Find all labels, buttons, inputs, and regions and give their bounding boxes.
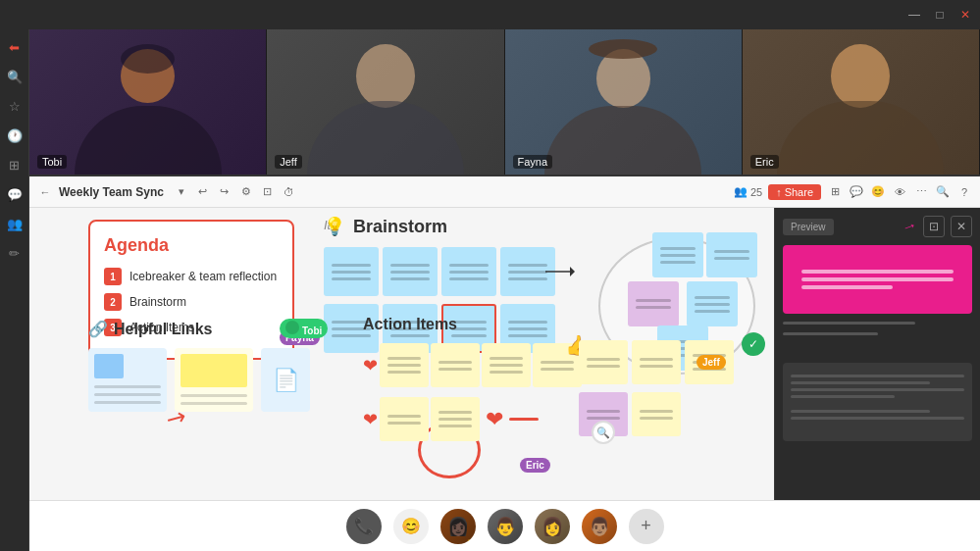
panel-text-line-5 bbox=[791, 410, 930, 413]
canvas-right-wrapper: It Agenda 1 Icebreaker & team reflection… bbox=[29, 208, 980, 500]
back-icon[interactable]: ← bbox=[37, 184, 53, 200]
title-bar-controls: — □ ✕ bbox=[907, 8, 972, 22]
panel-arrow-indicator: → bbox=[899, 216, 919, 237]
heart-icon-3: ❤ bbox=[486, 407, 503, 432]
action-sticky-6[interactable] bbox=[431, 397, 480, 441]
action-sticky-3[interactable] bbox=[482, 343, 531, 387]
help-icon[interactable]: ? bbox=[956, 184, 972, 200]
close-button[interactable]: ✕ bbox=[958, 8, 972, 22]
copy-icon[interactable]: ⊞ bbox=[827, 184, 843, 200]
cluster-sticky-2[interactable] bbox=[706, 232, 757, 277]
avatar-fayna[interactable]: 👩 bbox=[535, 509, 570, 544]
avatar-tobi[interactable]: 👩🏿 ⭐ bbox=[440, 509, 476, 544]
frame-icon[interactable]: ⊡ bbox=[260, 184, 276, 200]
link-card-2[interactable] bbox=[175, 348, 253, 412]
cluster-action-3[interactable] bbox=[685, 340, 734, 384]
action-sticky-2[interactable] bbox=[431, 343, 480, 387]
reaction-icon[interactable]: 😊 bbox=[870, 184, 886, 200]
add-participant-button[interactable]: + bbox=[629, 509, 664, 544]
agenda-title: Agenda bbox=[104, 235, 279, 256]
cluster-action-1[interactable] bbox=[579, 340, 628, 384]
panel-section-2 bbox=[775, 355, 980, 449]
panel-controls: → ⊡ ✕ bbox=[902, 216, 972, 237]
avatar-eric[interactable]: 👨🏽 bbox=[582, 509, 617, 544]
panel-collapse-button[interactable]: ⊡ bbox=[923, 216, 945, 237]
sidebar-icon-people[interactable]: 👥 bbox=[5, 214, 25, 233]
cluster-action-4[interactable]: 🔍 bbox=[579, 392, 628, 436]
cluster-action-2[interactable] bbox=[632, 340, 681, 384]
panel-text-line-6 bbox=[791, 417, 964, 420]
comment-icon[interactable]: 💬 bbox=[849, 184, 864, 200]
panel-close-button[interactable]: ✕ bbox=[951, 216, 972, 237]
sticky-1[interactable] bbox=[324, 247, 379, 296]
sidebar-icon-star[interactable]: ☆ bbox=[5, 96, 25, 116]
sidebar-icon-search[interactable]: 🔍 bbox=[5, 67, 25, 86]
cluster-sticky-4[interactable] bbox=[687, 281, 738, 326]
action-sticky-1[interactable] bbox=[380, 343, 429, 387]
brainstorm-title: 💡 Brainstorm bbox=[324, 216, 608, 237]
action-cluster: ✓ 🔍 bbox=[579, 340, 774, 436]
toolbar-right: 👥 25 ↑ Share ⊞ 💬 😊 👁 ⋯ 🔍 ? bbox=[734, 184, 972, 200]
cluster-action-5[interactable] bbox=[632, 392, 681, 436]
agenda-num-2: 2 bbox=[104, 293, 122, 311]
whiteboard-canvas[interactable]: It Agenda 1 Icebreaker & team reflection… bbox=[29, 208, 774, 500]
panel-text-line-2 bbox=[791, 381, 930, 384]
share-button[interactable]: ↑ Share bbox=[768, 184, 821, 200]
person-eric bbox=[743, 29, 979, 175]
links-row: 📄 bbox=[88, 348, 343, 412]
sticky-2[interactable] bbox=[383, 247, 438, 296]
settings-icon[interactable]: ⚙ bbox=[238, 184, 254, 200]
cluster-sticky-1[interactable] bbox=[652, 232, 703, 277]
sidebar-icon-grid[interactable]: ⊞ bbox=[5, 155, 25, 175]
heart-icon-2: ❤ bbox=[363, 409, 378, 430]
action-sticky-5[interactable] bbox=[380, 397, 429, 441]
emoji-button[interactable]: 😊 bbox=[393, 509, 429, 544]
panel-text-area[interactable] bbox=[783, 363, 972, 441]
panel-text-line-4 bbox=[791, 395, 895, 398]
dropdown-icon[interactable]: ▾ bbox=[174, 184, 189, 200]
panel-line-3 bbox=[801, 285, 893, 289]
link-card-1[interactable] bbox=[88, 348, 167, 412]
svg-marker-1 bbox=[570, 267, 575, 276]
minimize-button[interactable]: — bbox=[907, 8, 921, 22]
action-cluster-stickies: 🔍 bbox=[579, 340, 774, 436]
action-row-1: ❤ 👍 bbox=[363, 343, 582, 387]
person-jeff bbox=[267, 29, 503, 175]
agenda-num-1: 1 bbox=[104, 268, 122, 285]
more-icon[interactable]: ⋯ bbox=[913, 184, 929, 200]
phone-button[interactable]: 📞 bbox=[346, 509, 382, 544]
action-cluster-inner: ✓ 🔍 bbox=[579, 340, 774, 436]
panel-divider-2 bbox=[783, 332, 878, 335]
heart-icon-1: ❤ bbox=[363, 355, 378, 376]
bottom-toolbar: 📞 😊 👩🏿 ⭐ 👨 👩 👨🏽 + bbox=[29, 500, 980, 551]
follow-icon[interactable]: 👁 bbox=[892, 184, 907, 200]
right-panel-top: Preview → ⊡ ✕ bbox=[775, 208, 980, 245]
person-tobi bbox=[29, 29, 266, 175]
cursor-eric: Eric bbox=[520, 458, 550, 473]
sidebar-icon-edit[interactable]: ✏ bbox=[5, 243, 25, 263]
panel-line-2 bbox=[801, 277, 953, 281]
sidebar-icon-chat[interactable]: 💬 bbox=[5, 184, 25, 204]
helpful-links-title: 🔗 Helpful Links bbox=[88, 320, 343, 338]
panel-text-line-1 bbox=[791, 375, 964, 377]
video-name-fayna: Fayna bbox=[513, 155, 553, 169]
link-card-3[interactable]: 📄 bbox=[261, 348, 310, 412]
undo-icon[interactable]: ↩ bbox=[195, 184, 211, 200]
right-panel: Preview → ⊡ ✕ bbox=[774, 208, 980, 500]
sidebar-icon-clock[interactable]: 🕐 bbox=[5, 125, 25, 145]
video-strip: Tobi Jeff Fayna bbox=[29, 29, 980, 176]
avatar-jeff[interactable]: 👨 bbox=[488, 509, 523, 544]
panel-text-line-3 bbox=[791, 388, 964, 391]
zoom-icon[interactable]: 🔍 bbox=[935, 184, 951, 200]
timer-icon[interactable]: ⏱ bbox=[282, 184, 297, 200]
sticky-4[interactable] bbox=[500, 247, 555, 296]
cluster-sticky-3[interactable] bbox=[628, 281, 679, 326]
title-bar: — □ ✕ bbox=[0, 0, 980, 29]
maximize-button[interactable]: □ bbox=[933, 8, 947, 22]
redo-icon[interactable]: ↪ bbox=[217, 184, 232, 200]
sticky-3[interactable] bbox=[441, 247, 496, 296]
zoom-badge: 🔍 bbox=[592, 421, 615, 444]
sidebar-icon-home[interactable]: ⬅ bbox=[5, 37, 25, 57]
action-sticky-4[interactable]: 👍 bbox=[533, 343, 582, 387]
action-items-section: Action Items ❤ 👍 bbox=[363, 316, 608, 441]
